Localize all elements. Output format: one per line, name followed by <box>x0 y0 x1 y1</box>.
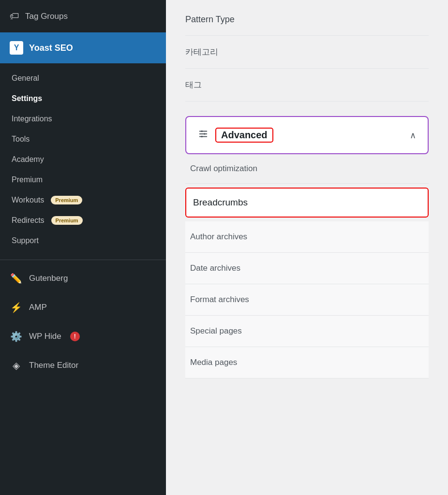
sidebar-item-yoast[interactable]: Y Yoast SEO <box>0 32 166 63</box>
sidebar-item-wphide[interactable]: ⚙️ WP Hide ! <box>0 322 166 351</box>
tag-item: 태그 <box>185 69 429 102</box>
yoast-label: Yoast SEO <box>29 43 73 53</box>
chevron-up-icon: ∧ <box>410 130 416 141</box>
advanced-item-media-pages[interactable]: Media pages <box>185 347 429 379</box>
sidebar-item-theme-editor[interactable]: ◈ Theme Editor <box>0 351 166 380</box>
svg-point-4 <box>204 133 206 135</box>
sidebar-item-integrations[interactable]: Integrations <box>0 109 166 129</box>
wphide-alert-badge: ! <box>70 332 80 341</box>
sidebar-item-gutenberg[interactable]: ✏️ Gutenberg <box>0 264 166 293</box>
sidebar: 🏷 Tag Groups Y Yoast SEO General Setting… <box>0 0 166 495</box>
advanced-item-date-archives[interactable]: Date archives <box>185 253 429 284</box>
svg-point-5 <box>201 136 203 138</box>
sidebar-item-redirects[interactable]: Redirects Premium <box>0 210 166 231</box>
sidebar-item-settings[interactable]: Settings <box>0 88 166 109</box>
sidebar-item-general[interactable]: General <box>0 68 166 88</box>
workouts-premium-badge: Premium <box>51 196 82 204</box>
pattern-type-item: Pattern Type <box>185 0 429 36</box>
sliders-icon <box>198 129 209 142</box>
advanced-item-special-pages[interactable]: Special pages <box>185 316 429 347</box>
gear-icon: ⚙️ <box>10 331 22 342</box>
tag-icon: 🏷 <box>10 11 19 22</box>
sidebar-item-premium[interactable]: Premium <box>0 170 166 190</box>
category-item: 카테고리 <box>185 36 429 69</box>
advanced-items: Crawl optimization Breadcrumbs Author ar… <box>185 154 429 379</box>
tag-groups-label: Tag Groups <box>25 12 68 21</box>
advanced-item-format-archives[interactable]: Format archives <box>185 284 429 316</box>
advanced-section: Advanced ∧ Crawl optimization Breadcrumb… <box>185 116 429 379</box>
sidebar-nav: General Settings Integrations Tools Acad… <box>0 63 166 256</box>
content-list: Pattern Type 카테고리 태그 <box>185 0 429 102</box>
advanced-item-author-archives[interactable]: Author archives <box>185 221 429 253</box>
sidebar-item-tag-groups[interactable]: 🏷 Tag Groups <box>0 0 166 32</box>
sidebar-item-support[interactable]: Support <box>0 231 166 251</box>
redirects-premium-badge: Premium <box>51 216 83 225</box>
advanced-label: Advanced <box>215 128 273 143</box>
advanced-header[interactable]: Advanced ∧ <box>185 116 429 154</box>
theme-editor-icon: ◈ <box>10 360 22 371</box>
amp-icon: ⚡ <box>10 302 22 313</box>
sidebar-item-amp[interactable]: ⚡ AMP <box>0 293 166 322</box>
sidebar-divider-1 <box>0 260 166 260</box>
main-content: Pattern Type 카테고리 태그 Advanced <box>166 0 448 495</box>
advanced-item-breadcrumbs[interactable]: Breadcrumbs <box>185 188 429 218</box>
sidebar-item-workouts[interactable]: Workouts Premium <box>0 190 166 210</box>
yoast-logo: Y <box>10 41 23 55</box>
pencil-icon: ✏️ <box>10 273 22 284</box>
svg-point-3 <box>201 131 203 132</box>
advanced-item-crawl[interactable]: Crawl optimization <box>185 154 429 184</box>
sidebar-item-tools[interactable]: Tools <box>0 129 166 149</box>
sidebar-item-academy[interactable]: Academy <box>0 149 166 170</box>
